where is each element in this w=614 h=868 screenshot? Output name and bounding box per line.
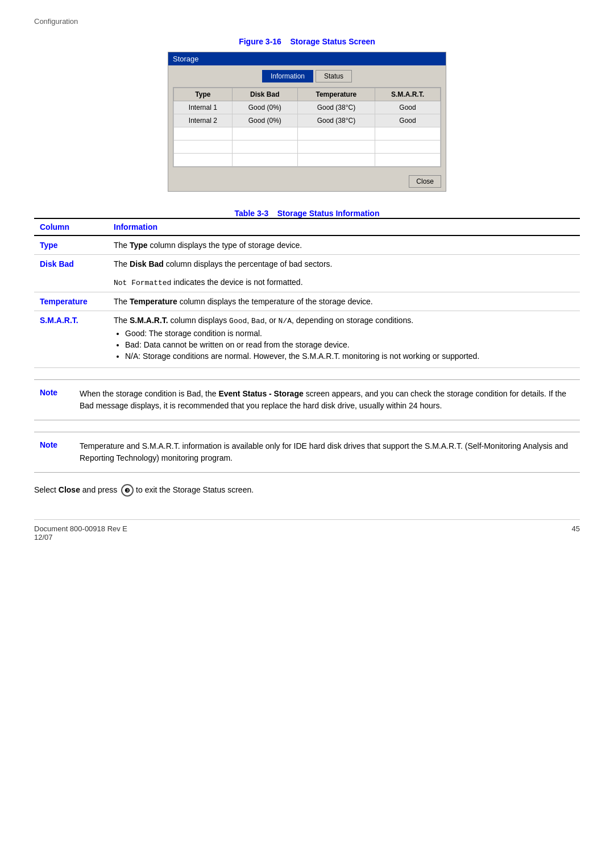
close-button[interactable]: Close [409, 175, 441, 188]
cell-diskbad: Good (0%) [232, 101, 297, 114]
page-header: Configuration [34, 17, 580, 26]
smart-bullet-list: Good: The storage condition is normal. B… [114, 329, 574, 361]
table-number: Table 3-3 [235, 209, 269, 218]
note-box-1: Note When the storage condition is Bad, … [34, 379, 580, 420]
note-box-2: Note Temperature and S.M.A.R.T. informat… [34, 432, 580, 473]
list-item: Bad: Data cannot be written on or read f… [125, 340, 574, 349]
cell-temp: Good (38°C) [297, 114, 375, 127]
figure-container: Storage Information Status Type Disk Bad… [34, 52, 580, 192]
col-temperature: Temperature [297, 88, 375, 101]
row-label-type: Type [34, 235, 108, 255]
cell-smart: Good [375, 114, 440, 127]
col-header-column: Column [34, 218, 108, 235]
figure-number: Figure 3-16 [239, 37, 281, 46]
col-type: Type [174, 88, 233, 101]
dialog-tabs: Information Status [168, 65, 446, 82]
bottom-nav: Select Close and press ❸ to exit the Sto… [34, 484, 580, 497]
note-text-1: When the storage condition is Bad, the E… [80, 388, 574, 412]
list-item: Good: The storage condition is normal. [125, 329, 574, 338]
table-row: Internal 1 Good (0%) Good (38°C) Good [174, 101, 441, 114]
footer-left: Document 800-00918 Rev E12/07 [34, 524, 127, 542]
table-row: Internal 2 Good (0%) Good (38°C) Good [174, 114, 441, 127]
dialog-titlebar: Storage [168, 52, 446, 65]
cell-type: Internal 1 [174, 101, 233, 114]
col-smart: S.M.A.R.T. [375, 88, 440, 101]
col-diskbad: Disk Bad [232, 88, 297, 101]
row-info-temperature: The Temperature column displays the temp… [108, 292, 580, 311]
page-footer: Document 800-00918 Rev E12/07 45 [34, 519, 580, 542]
note-text-2: Temperature and S.M.A.R.T. information i… [80, 440, 574, 464]
list-item: N/A: Storage conditions are normal. Howe… [125, 352, 574, 361]
info-row-smart: S.M.A.R.T. The S.M.A.R.T. column display… [34, 311, 580, 368]
table-row [174, 140, 441, 154]
nav-icon: ❸ [121, 484, 134, 497]
table-row [174, 154, 441, 167]
info-row-diskbad: Disk Bad The Disk Bad column displays th… [34, 255, 580, 292]
storage-table: Type Disk Bad Temperature S.M.A.R.T. Int… [173, 88, 441, 167]
footer-right: 45 [572, 524, 580, 542]
row-info-type: The Type column displays the type of sto… [108, 235, 580, 255]
figure-title: Figure 3-16 Storage Status Screen [34, 37, 580, 46]
storage-dialog: Storage Information Status Type Disk Bad… [168, 52, 446, 192]
row-label-temperature: Temperature [34, 292, 108, 311]
cell-type: Internal 2 [174, 114, 233, 127]
table33-title: Table 3-3 Storage Status Information [34, 209, 580, 218]
dialog-content: Type Disk Bad Temperature S.M.A.R.T. Int… [173, 87, 441, 167]
table-label: Storage Status Information [277, 209, 380, 218]
cell-temp: Good (38°C) [297, 101, 375, 114]
info-table: Column Information Type The Type column … [34, 218, 580, 368]
dialog-footer: Close [168, 172, 446, 191]
table-row [174, 127, 441, 140]
col-header-information: Information [108, 218, 580, 235]
row-info-smart: The S.M.A.R.T. column displays Good, Bad… [108, 311, 580, 368]
row-label-diskbad: Disk Bad [34, 255, 108, 292]
row-label-smart: S.M.A.R.T. [34, 311, 108, 368]
tab-status[interactable]: Status [316, 70, 352, 82]
note-label-2: Note [40, 440, 68, 464]
info-row-type: Type The Type column displays the type o… [34, 235, 580, 255]
figure-label: Storage Status Screen [290, 37, 375, 46]
table-wrapper: Type Disk Bad Temperature S.M.A.R.T. Int… [168, 82, 446, 172]
info-row-temperature: Temperature The Temperature column displ… [34, 292, 580, 311]
tab-information[interactable]: Information [262, 70, 313, 82]
row-info-diskbad: The Disk Bad column displays the percent… [108, 255, 580, 292]
cell-smart: Good [375, 101, 440, 114]
cell-diskbad: Good (0%) [232, 114, 297, 127]
note-label-1: Note [40, 388, 68, 412]
